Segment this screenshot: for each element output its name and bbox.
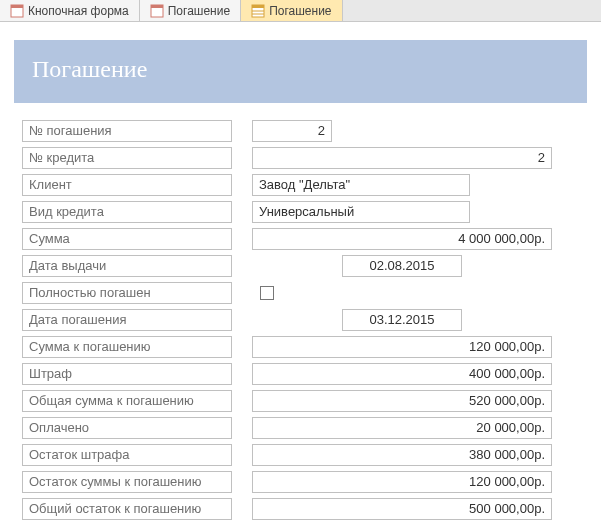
row-credit-no: № кредита 2 [22, 147, 579, 169]
value-issue-date[interactable]: 02.08.2015 [342, 255, 462, 277]
label-penalty-left: Остаток штрафа [22, 444, 232, 466]
label-issue-date: Дата выдачи [22, 255, 232, 277]
value-amount-left[interactable]: 120 000,00р. [252, 471, 552, 493]
form-area: Погашение № погашения 2 № кредита 2 Клие… [0, 22, 601, 522]
row-penalty: Штраф 400 000,00р. [22, 363, 579, 385]
value-penalty-left[interactable]: 380 000,00р. [252, 444, 552, 466]
row-paid: Оплачено 20 000,00р. [22, 417, 579, 439]
label-total-due: Общая сумма к погашению [22, 390, 232, 412]
row-penalty-left: Остаток штрафа 380 000,00р. [22, 444, 579, 466]
tab-label: Кнопочная форма [28, 4, 129, 18]
form-icon [10, 4, 24, 18]
tab-button-form[interactable]: Кнопочная форма [0, 0, 140, 21]
form-header: Погашение [14, 40, 587, 103]
checkbox-fully-repaid[interactable] [260, 286, 274, 300]
value-amount[interactable]: 4 000 000,00р. [252, 228, 552, 250]
form-title: Погашение [32, 56, 569, 83]
label-fully-repaid: Полностью погашен [22, 282, 232, 304]
row-fully-repaid: Полностью погашен [22, 282, 579, 304]
value-client[interactable]: Завод "Дельта" [252, 174, 470, 196]
label-repayment-no: № погашения [22, 120, 232, 142]
row-repay-date: Дата погашения 03.12.2015 [22, 309, 579, 331]
value-repayment-no[interactable]: 2 [252, 120, 332, 142]
row-client: Клиент Завод "Дельта" [22, 174, 579, 196]
label-credit-no: № кредита [22, 147, 232, 169]
svg-rect-1 [11, 5, 23, 8]
tab-repayment-2[interactable]: Погашение [241, 0, 342, 21]
svg-rect-5 [252, 5, 264, 8]
form-body: № погашения 2 № кредита 2 Клиент Завод "… [14, 111, 587, 522]
checkbox-wrap [252, 286, 332, 300]
row-amount-due: Сумма к погашению 120 000,00р. [22, 336, 579, 358]
value-paid[interactable]: 20 000,00р. [252, 417, 552, 439]
row-repayment-no: № погашения 2 [22, 120, 579, 142]
row-credit-type: Вид кредита Универсальный [22, 201, 579, 223]
tab-repayment-1[interactable]: Погашение [140, 0, 241, 21]
value-credit-type[interactable]: Универсальный [252, 201, 470, 223]
value-credit-no[interactable]: 2 [252, 147, 552, 169]
label-repay-date: Дата погашения [22, 309, 232, 331]
label-client: Клиент [22, 174, 232, 196]
tab-bar: Кнопочная форма Погашение Погашение [0, 0, 601, 22]
label-amount: Сумма [22, 228, 232, 250]
value-penalty[interactable]: 400 000,00р. [252, 363, 552, 385]
label-total-left: Общий остаток к погашению [22, 498, 232, 520]
row-issue-date: Дата выдачи 02.08.2015 [22, 255, 579, 277]
svg-rect-3 [151, 5, 163, 8]
value-total-left[interactable]: 500 000,00р. [252, 498, 552, 520]
label-amount-left: Остаток суммы к погашению [22, 471, 232, 493]
label-credit-type: Вид кредита [22, 201, 232, 223]
row-amount-left: Остаток суммы к погашению 120 000,00р. [22, 471, 579, 493]
form-icon [150, 4, 164, 18]
value-repay-date[interactable]: 03.12.2015 [342, 309, 462, 331]
table-icon [251, 4, 265, 18]
label-amount-due: Сумма к погашению [22, 336, 232, 358]
tab-label: Погашение [168, 4, 230, 18]
value-total-due[interactable]: 520 000,00р. [252, 390, 552, 412]
row-total-left: Общий остаток к погашению 500 000,00р. [22, 498, 579, 520]
row-amount: Сумма 4 000 000,00р. [22, 228, 579, 250]
tab-label: Погашение [269, 4, 331, 18]
label-penalty: Штраф [22, 363, 232, 385]
label-paid: Оплачено [22, 417, 232, 439]
row-total-due: Общая сумма к погашению 520 000,00р. [22, 390, 579, 412]
value-amount-due[interactable]: 120 000,00р. [252, 336, 552, 358]
